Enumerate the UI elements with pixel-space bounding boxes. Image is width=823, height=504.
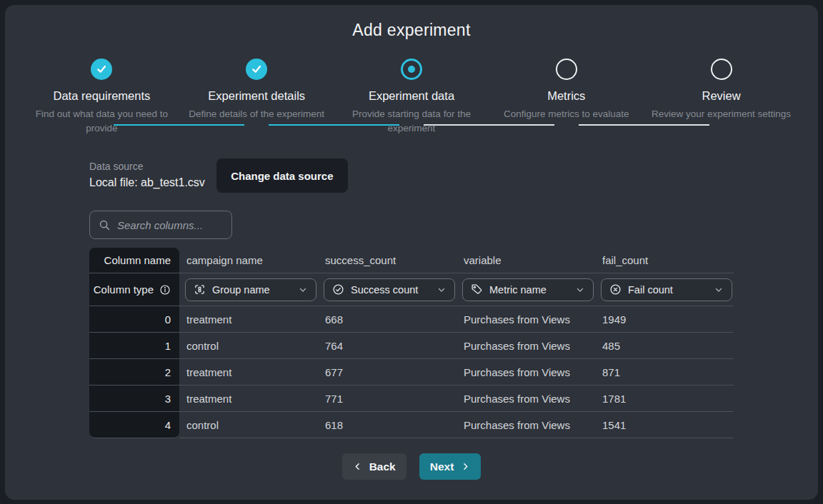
column-type-select-campaign-name[interactable]: Group name [185, 278, 316, 301]
stepper-step-data-requirements[interactable]: Data requirements Find out what data you… [24, 59, 179, 135]
table-cell: 485 [595, 333, 734, 359]
step-title: Experiment details [208, 89, 305, 103]
next-button-label: Next [430, 460, 454, 473]
table-cell: treatment [179, 385, 318, 412]
step-description: Define details of the experiment [189, 107, 324, 121]
data-source-value: Local file: ab_test1.csv [89, 176, 205, 189]
step-upcoming-icon [711, 59, 732, 80]
column-type-cell: Metric name [457, 273, 595, 306]
step-title: Metrics [547, 89, 585, 103]
data-source-section: Data source Local file: ab_test1.csv Cha… [89, 161, 818, 193]
table-cell: 677 [318, 359, 457, 385]
step-title: Experiment data [369, 89, 454, 103]
step-title: Review [702, 89, 741, 103]
step-upcoming-icon [556, 59, 577, 80]
table-cell: 618 [318, 412, 457, 438]
page-title: Add experiment [5, 5, 818, 40]
table-cell: treatment [179, 306, 318, 333]
column-type-select-success-count[interactable]: Success count [324, 278, 455, 301]
step-description: Find out what data you need to provide [26, 107, 176, 135]
table-cell: control [179, 412, 318, 438]
add-experiment-dialog: Add experiment Data requirements Find ou… [5, 5, 818, 500]
search-columns-input[interactable] [117, 219, 223, 231]
table-cell: treatment [179, 359, 318, 385]
chevron-down-icon [575, 285, 585, 295]
column-type-label: Column type [94, 283, 154, 296]
columns-table: Column name campaign name success_count … [89, 248, 734, 438]
column-header: fail_count [595, 248, 734, 273]
step-current-icon [401, 59, 422, 80]
stepper-step-experiment-data[interactable]: Experiment data Provide starting data fo… [334, 59, 489, 135]
stepper-step-review[interactable]: Review Review your experiment settings [644, 59, 799, 135]
table-cell: control [179, 333, 318, 359]
column-type-cell: Fail count [595, 273, 734, 306]
corner-header: Column name [89, 248, 179, 273]
column-header: variable [457, 248, 595, 273]
table-cell: Purchases from Views [457, 385, 595, 412]
table-cell: Purchases from Views [457, 306, 595, 333]
info-icon[interactable] [159, 284, 171, 296]
wizard-footer: Back Next [5, 453, 818, 480]
table-cell: 1781 [595, 385, 734, 412]
search-columns-box[interactable] [89, 211, 232, 239]
next-button[interactable]: Next [419, 453, 482, 480]
tag-icon [471, 283, 483, 296]
row-index: 0 [89, 306, 179, 333]
row-index: 4 [89, 412, 179, 438]
chevron-right-icon [461, 462, 470, 471]
table-cell: 1949 [595, 306, 734, 333]
chevron-down-icon [298, 285, 308, 295]
column-type-header: Column type [89, 273, 179, 306]
table-cell: Purchases from Views [457, 359, 595, 385]
column-type-select-variable[interactable]: Metric name [462, 278, 594, 301]
stepper-step-experiment-details[interactable]: Experiment details Define details of the… [179, 59, 334, 135]
row-index: 1 [89, 333, 179, 359]
column-header: success_count [318, 248, 457, 273]
chevron-down-icon [714, 285, 724, 295]
row-index: 3 [89, 385, 179, 412]
column-type-value: Success count [351, 284, 418, 296]
step-title: Data requirements [54, 89, 151, 103]
step-description: Provide starting data for the experiment [336, 107, 487, 135]
data-source-label: Data source [89, 161, 205, 172]
table-cell: Purchases from Views [457, 333, 595, 359]
column-type-cell: Success count [318, 273, 457, 306]
step-description: Configure metrics to evaluate [504, 107, 629, 121]
x-circle-icon [609, 283, 622, 296]
group-icon [194, 283, 206, 296]
table-cell: 1541 [595, 412, 734, 438]
table-cell: Purchases from Views [457, 412, 595, 438]
column-type-value: Metric name [489, 284, 547, 296]
change-data-source-button[interactable]: Change data source [216, 158, 348, 193]
column-type-value: Group name [212, 284, 270, 296]
step-completed-icon [246, 59, 267, 80]
table-cell: 668 [318, 306, 457, 333]
column-type-select-fail-count[interactable]: Fail count [601, 278, 732, 301]
row-index: 2 [89, 359, 179, 385]
chevron-down-icon [437, 285, 447, 295]
back-button-label: Back [369, 460, 396, 473]
stepper-step-metrics[interactable]: Metrics Configure metrics to evaluate [489, 59, 644, 135]
column-type-cell: Group name [179, 273, 318, 306]
table-cell: 871 [595, 359, 734, 385]
table-cell: 764 [318, 333, 457, 359]
check-circle-icon [332, 283, 344, 296]
column-header: campaign name [179, 248, 318, 273]
step-description: Review your experiment settings [652, 107, 791, 121]
table-cell: 771 [318, 385, 457, 412]
back-button[interactable]: Back [342, 453, 406, 480]
step-completed-icon [91, 59, 112, 80]
stepper: Data requirements Find out what data you… [5, 59, 818, 135]
search-icon [99, 219, 111, 231]
column-type-value: Fail count [628, 284, 673, 296]
chevron-left-icon [353, 462, 362, 471]
